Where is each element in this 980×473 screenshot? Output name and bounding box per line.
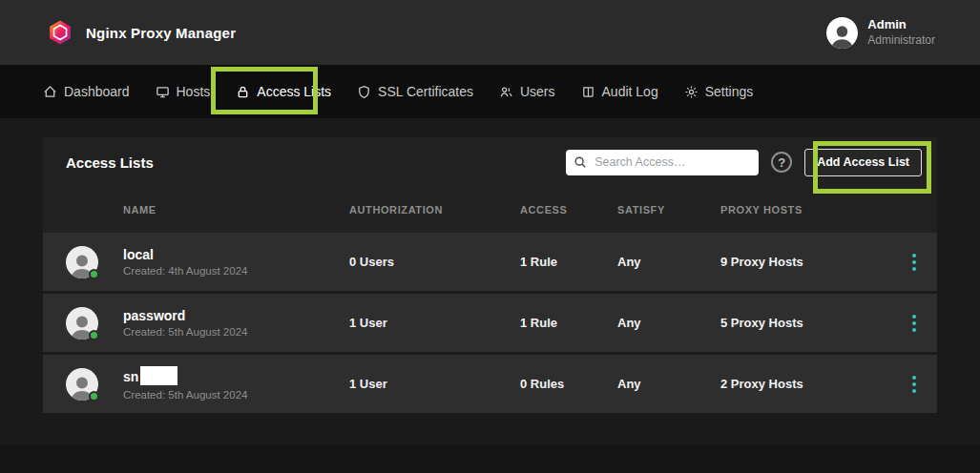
user-menu[interactable]: Admin Administrator <box>826 17 935 49</box>
nginx-proxy-manager-logo-icon <box>46 18 74 47</box>
users-icon <box>499 85 513 99</box>
avatar <box>66 368 98 401</box>
shield-icon <box>357 85 371 99</box>
avatar <box>66 246 98 278</box>
created-date: Created: 5th August 2024 <box>123 326 349 338</box>
status-dot <box>89 391 99 401</box>
access-lists-panel: Access Lists ? Add Access List NAME AUTH… <box>43 137 937 416</box>
column-header-proxy-hosts: PROXY HOSTS <box>720 204 893 216</box>
help-button[interactable]: ? <box>771 152 792 173</box>
proxy-hosts-cell: 2 Proxy Hosts <box>720 377 893 391</box>
app-title: Nginx Proxy Manager <box>86 25 236 41</box>
gear-icon <box>684 85 699 99</box>
search-icon <box>573 155 587 169</box>
monitor-icon <box>156 85 170 99</box>
page-content: Access Lists ? Add Access List NAME AUTH… <box>0 118 980 416</box>
satisfy-cell: Any <box>617 316 720 330</box>
nav-item-audit-log[interactable]: Audit Log <box>581 84 658 99</box>
home-icon <box>43 85 57 99</box>
proxy-hosts-cell: 5 Proxy Hosts <box>720 316 893 330</box>
panel-title: Access Lists <box>66 154 154 171</box>
access-cell: 0 Rules <box>520 377 617 391</box>
table-row-password[interactable]: password Created: 5th August 2024 1 User… <box>43 294 937 355</box>
nav-item-ssl-certificates[interactable]: SSL Certificates <box>357 84 473 99</box>
add-access-list-button[interactable]: Add Access List <box>804 149 922 176</box>
table-body: local Created: 4th August 2024 0 Users 1… <box>43 233 937 416</box>
main-nav: Dashboard Hosts Access Lists SSL Certifi… <box>0 65 980 118</box>
user-avatar <box>826 17 858 49</box>
table-row-sn[interactable]: sn Created: 5th August 2024 1 User 0 Rul… <box>43 355 937 416</box>
row-menu-button[interactable] <box>907 310 922 337</box>
search-input[interactable] <box>566 150 759 175</box>
row-menu-button[interactable] <box>907 371 922 398</box>
table-row-local[interactable]: local Created: 4th August 2024 0 Users 1… <box>43 233 937 294</box>
access-cell: 1 Rule <box>520 316 617 330</box>
column-header-authorization: AUTHORIZATION <box>349 204 520 216</box>
access-list-name: password <box>123 308 185 324</box>
book-icon <box>581 85 595 99</box>
nav-item-access-lists[interactable]: Access Lists <box>236 84 331 99</box>
footer-strip <box>0 445 980 473</box>
column-header-satisfy: SATISFY <box>617 204 720 216</box>
column-header-access: ACCESS <box>520 204 617 216</box>
satisfy-cell: Any <box>617 377 720 391</box>
redaction-box <box>140 366 177 385</box>
nav-item-hosts[interactable]: Hosts <box>156 84 211 99</box>
status-dot <box>89 269 99 279</box>
app-header: Nginx Proxy Manager Admin Administrator <box>0 0 980 65</box>
access-cell: 1 Rule <box>520 255 617 269</box>
satisfy-cell: Any <box>617 255 720 269</box>
avatar <box>66 307 98 339</box>
panel-header: Access Lists ? Add Access List <box>43 137 937 187</box>
nav-item-dashboard[interactable]: Dashboard <box>43 84 130 99</box>
lock-icon <box>236 85 250 99</box>
search-box <box>566 150 759 175</box>
table-header-row: NAME AUTHORIZATION ACCESS SATISFY PROXY … <box>43 187 937 233</box>
nav-item-users[interactable]: Users <box>499 84 555 99</box>
authorization-cell: 1 User <box>349 316 520 330</box>
status-dot <box>89 330 99 340</box>
created-date: Created: 4th August 2024 <box>123 265 349 277</box>
authorization-cell: 1 User <box>349 377 520 391</box>
access-list-name: sn <box>123 369 138 385</box>
proxy-hosts-cell: 9 Proxy Hosts <box>720 255 893 269</box>
row-menu-button[interactable] <box>907 249 922 276</box>
user-role: Administrator <box>867 33 935 48</box>
authorization-cell: 0 Users <box>349 255 520 269</box>
nav-item-settings[interactable]: Settings <box>684 84 754 99</box>
user-name: Admin <box>867 17 935 32</box>
access-list-name: local <box>123 247 154 263</box>
created-date: Created: 5th August 2024 <box>123 389 349 401</box>
column-header-name: NAME <box>123 204 349 216</box>
